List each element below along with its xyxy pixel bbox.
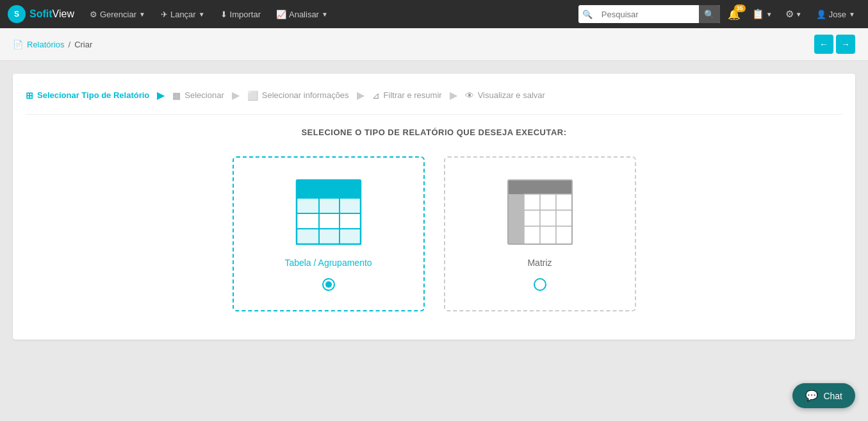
chevron-down-icon: ▼ — [796, 11, 802, 18]
chart-icon: 📈 — [276, 10, 286, 19]
wizard-arrow-3: ▶ — [357, 89, 364, 101]
matriz-icon — [505, 177, 575, 247]
chat-bubble-icon: 💬 — [805, 390, 818, 402]
svg-rect-7 — [508, 180, 572, 194]
wizard-arrow-2: ▶ — [232, 89, 240, 101]
forward-button[interactable]: → — [836, 35, 855, 54]
report-type-options: Tabela / Agrupamento — [26, 156, 842, 311]
chevron-down-icon: ▼ — [766, 11, 773, 18]
user-icon: 👤 — [816, 10, 826, 19]
eye-icon: 👁 — [465, 90, 474, 101]
wizard-steps: ⊞ Selecionar Tipo de Relatório ▶ ▦ Selec… — [26, 89, 842, 115]
svg-rect-2 — [297, 213, 361, 229]
svg-rect-9 — [524, 194, 540, 210]
chevron-down-icon: ▼ — [849, 11, 855, 18]
tabela-radio[interactable] — [322, 278, 335, 291]
svg-rect-14 — [556, 210, 572, 226]
matriz-label: Matriz — [527, 258, 552, 268]
tabela-icon — [293, 177, 364, 247]
svg-rect-13 — [540, 210, 556, 226]
nav-importar[interactable]: ⬇ Importar — [214, 6, 267, 23]
clipboard-button[interactable]: 📋 ▼ — [748, 6, 776, 22]
wizard-step-5[interactable]: 👁 Visualizar e salvar — [465, 90, 545, 101]
wizard-step-3[interactable]: ⬜ Selecionar informações — [247, 90, 349, 101]
brand: S SofitView — [8, 5, 74, 23]
brand-name: SofitView — [29, 8, 74, 20]
wizard-arrow-4: ▶ — [450, 89, 457, 101]
svg-rect-12 — [524, 210, 540, 226]
nav-lancar[interactable]: ✈ Lançar ▼ — [154, 6, 211, 23]
notification-badge: 35 — [734, 4, 746, 12]
tabela-label: Tabela / Agrupamento — [284, 258, 372, 268]
svg-rect-11 — [556, 194, 572, 210]
wizard-step-2[interactable]: ▦ Selecionar — [172, 90, 224, 101]
svg-rect-15 — [524, 226, 540, 244]
wizard-arrow-1: ▶ — [157, 89, 165, 101]
launch-icon: ✈ — [161, 10, 168, 19]
report-option-matriz[interactable]: Matriz — [444, 156, 636, 311]
matriz-radio[interactable] — [534, 278, 546, 291]
user-menu[interactable]: 👤 Jose ▼ — [811, 7, 860, 22]
chevron-down-icon: ▼ — [139, 11, 145, 18]
wizard-card: ⊞ Selecionar Tipo de Relatório ▶ ▦ Selec… — [13, 74, 855, 340]
table-icon: ▦ — [172, 90, 181, 101]
search-icon-left: 🔍 — [578, 10, 596, 19]
breadcrumb-current: Criar — [74, 40, 92, 49]
breadcrumb-bar: 📄 Relatórios / Criar ← → — [0, 28, 868, 61]
nav-analisar[interactable]: 📈 Analisar ▼ — [270, 6, 334, 23]
breadcrumb-separator: / — [69, 40, 71, 49]
chat-button[interactable]: 💬 Chat — [792, 383, 855, 408]
report-type-title: SELECIONE O TIPO DE RELATÓRIO QUE DESEJA… — [26, 128, 842, 137]
nav-gerenciar[interactable]: ⚙ Gerenciar ▼ — [83, 6, 152, 23]
svg-rect-8 — [508, 194, 524, 244]
settings-button[interactable]: ⚙ ▼ — [782, 6, 806, 22]
wizard-step-4[interactable]: ⊿ Filtrar e resumir — [372, 90, 442, 101]
svg-rect-16 — [540, 226, 556, 244]
main-content: ⊞ Selecionar Tipo de Relatório ▶ ▦ Selec… — [0, 61, 868, 352]
brand-logo: S — [8, 5, 26, 23]
gear-icon: ⚙ — [90, 10, 97, 19]
svg-rect-0 — [297, 180, 361, 198]
navbar: S SofitView ⚙ Gerenciar ▼ ✈ Lançar ▼ ⬇ I… — [0, 0, 868, 28]
import-icon: ⬇ — [220, 10, 227, 19]
page-icon: 📄 — [13, 40, 23, 49]
search-button[interactable]: 🔍 — [699, 5, 720, 23]
filter-icon: ⊿ — [372, 90, 380, 101]
navbar-right: 🔍 🔍 🔔 35 📋 ▼ ⚙ ▼ 👤 Jose ▼ — [578, 5, 860, 23]
breadcrumb: 📄 Relatórios / Criar — [13, 40, 92, 49]
chevron-down-icon: ▼ — [322, 11, 328, 18]
report-type-section: SELECIONE O TIPO DE RELATÓRIO QUE DESEJA… — [26, 115, 842, 324]
report-option-tabela[interactable]: Tabela / Agrupamento — [233, 156, 425, 311]
search-input[interactable] — [596, 10, 699, 19]
wizard-step-1[interactable]: ⊞ Selecionar Tipo de Relatório — [26, 90, 149, 101]
breadcrumb-parent[interactable]: Relatórios — [27, 40, 65, 49]
notification-button[interactable]: 🔔 35 — [725, 6, 743, 23]
nav-arrows: ← → — [814, 35, 855, 54]
columns-icon: ⬜ — [247, 90, 258, 101]
svg-rect-1 — [297, 198, 361, 213]
svg-rect-3 — [297, 229, 361, 244]
chevron-down-icon: ▼ — [199, 11, 205, 18]
search-box: 🔍 🔍 — [578, 5, 720, 23]
grid-icon: ⊞ — [26, 90, 33, 101]
back-button[interactable]: ← — [814, 35, 833, 54]
svg-rect-10 — [540, 194, 556, 210]
svg-rect-17 — [556, 226, 572, 244]
